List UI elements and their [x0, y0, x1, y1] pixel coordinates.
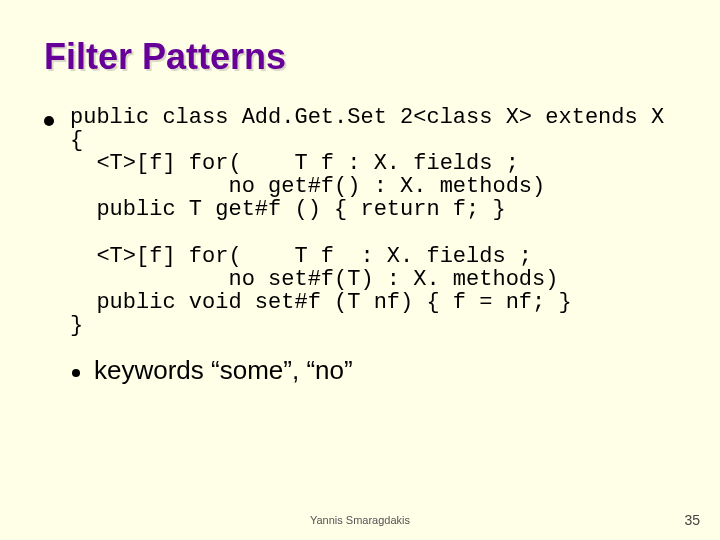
slide-title: Filter Patterns [44, 36, 676, 78]
code-block-row: public class Add.Get.Set 2<class X> exte… [44, 106, 676, 337]
bullet-icon [44, 116, 54, 126]
page-number: 35 [684, 512, 700, 528]
slide: Filter Patterns public class Add.Get.Set… [0, 0, 720, 540]
keywords-text: keywords “some”, “no” [94, 355, 353, 386]
code-block: public class Add.Get.Set 2<class X> exte… [70, 106, 664, 337]
keywords-row: keywords “some”, “no” [72, 355, 676, 386]
bullet-icon [72, 369, 80, 377]
footer-author: Yannis Smaragdakis [0, 514, 720, 526]
